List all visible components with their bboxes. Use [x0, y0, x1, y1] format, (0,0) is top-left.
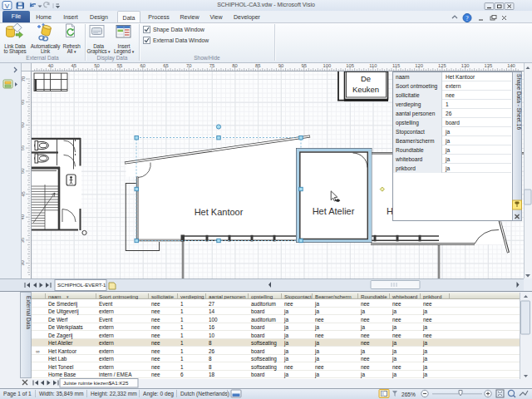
svg-text:65: 65 [163, 63, 168, 68]
svg-text:80: 80 [232, 63, 237, 68]
svg-text:95: 95 [301, 63, 306, 68]
svg-text:30: 30 [22, 260, 26, 265]
svg-text:85: 85 [255, 63, 260, 68]
svg-text:75: 75 [209, 63, 214, 68]
svg-text:120: 120 [415, 63, 423, 68]
svg-text:60: 60 [140, 63, 145, 68]
svg-text:90: 90 [278, 63, 283, 68]
svg-text:45: 45 [71, 63, 76, 68]
svg-text:Juiste ruimte kiezen$A1:K25: Juiste ruimte kiezen$A1:K25 [63, 380, 129, 386]
svg-text:40: 40 [48, 63, 53, 68]
svg-text:140: 140 [507, 63, 515, 68]
svg-text:60: 60 [22, 122, 26, 127]
svg-text:100: 100 [323, 63, 332, 68]
svg-text:135: 135 [484, 63, 492, 68]
svg-text:Het Atelier: Het Atelier [313, 206, 355, 216]
svg-text:45: 45 [22, 191, 26, 196]
svg-text:70: 70 [186, 63, 191, 68]
svg-text:35: 35 [22, 238, 26, 243]
svg-text:115: 115 [392, 63, 400, 68]
svg-text:55: 55 [117, 63, 122, 68]
svg-text:50: 50 [94, 63, 99, 68]
svg-text:50: 50 [22, 169, 26, 174]
svg-text:V: V [5, 2, 10, 10]
svg-text:70: 70 [22, 76, 26, 81]
svg-text:265%: 265% [401, 392, 416, 397]
svg-text:125: 125 [438, 63, 446, 68]
svg-text:SCHIPHOL-EVERT-1: SCHIPHOL-EVERT-1 [57, 282, 106, 288]
svg-text:110: 110 [369, 63, 377, 68]
svg-text:105: 105 [346, 63, 354, 68]
svg-text:130: 130 [461, 63, 470, 68]
svg-text:Het Kantoor: Het Kantoor [195, 207, 244, 217]
svg-text:55: 55 [22, 145, 26, 150]
svg-text:De: De [361, 74, 371, 83]
svg-text:40: 40 [22, 214, 26, 219]
svg-text:Keuken: Keuken [352, 85, 379, 94]
svg-text:65: 65 [22, 99, 26, 104]
